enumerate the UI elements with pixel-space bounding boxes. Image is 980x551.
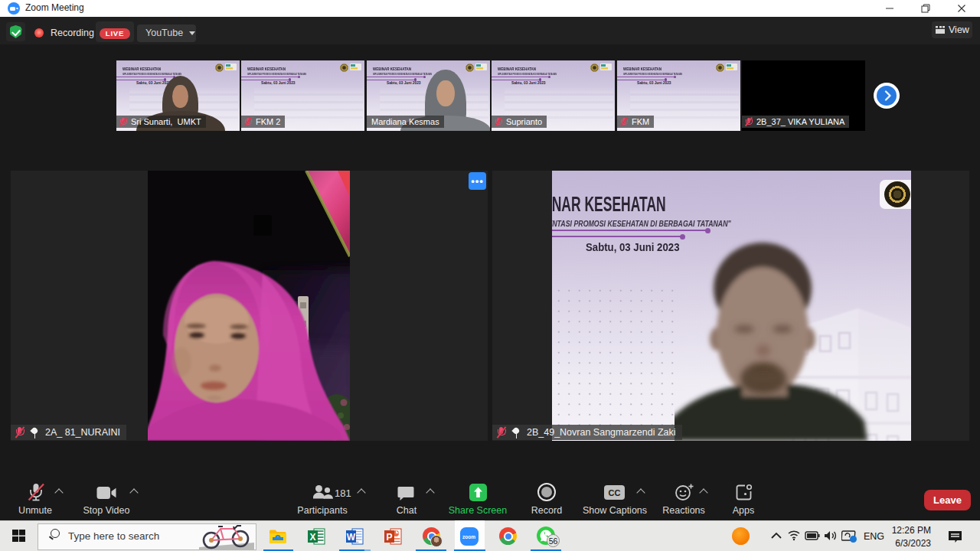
- svg-text:P: P: [386, 532, 392, 543]
- svg-text:X: X: [309, 532, 315, 543]
- svg-text:W: W: [347, 532, 356, 543]
